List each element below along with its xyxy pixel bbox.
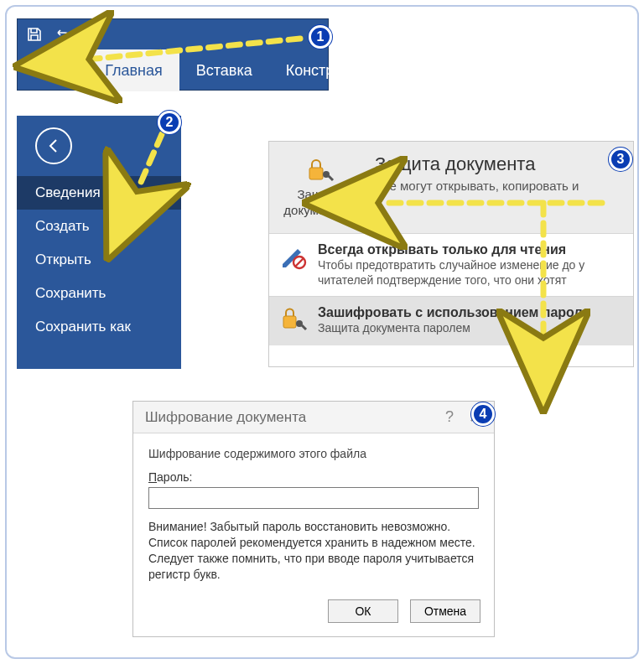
cancel-button[interactable]: Отмена [410, 599, 480, 623]
readonly-subtitle: Чтобы предотвратить случайное изменение … [318, 257, 623, 288]
dialog-titlebar: Шифрование документа ? ✕ [133, 402, 494, 433]
lock-key-icon [279, 305, 308, 337]
undo-icon[interactable] [55, 26, 73, 43]
backstage-item-info[interactable]: Сведения [17, 176, 181, 210]
tab-design[interactable]: Конструкт [269, 49, 372, 91]
encrypt-subtitle: Защита документа паролем [318, 320, 590, 335]
encrypt-dialog: Шифрование документа ? ✕ Шифрование соде… [132, 401, 495, 637]
backstage-item-save[interactable]: Сохранить [17, 277, 181, 310]
svg-line-3 [295, 258, 304, 267]
backstage-item-new[interactable]: Создать [17, 210, 181, 243]
protect-document-button[interactable]: Защита документа [269, 142, 370, 233]
step-badge-2: 2 [158, 111, 181, 134]
encrypt-title: Зашифровать с использованием пароля [318, 305, 590, 320]
tab-file[interactable]: Файл [18, 49, 88, 91]
dialog-warning: Внимание! Забытый пароль восстановить не… [148, 519, 479, 583]
svg-rect-0 [309, 168, 323, 179]
step-badge-1: 1 [309, 25, 332, 49]
protect-btn-label1: Защита [297, 187, 341, 201]
back-button[interactable] [35, 127, 72, 164]
protect-option-readonly[interactable]: Всегда открывать только для чтения Чтобы… [269, 234, 633, 297]
protect-subtitle: Все могут открывать, копировать и [375, 179, 623, 193]
save-icon[interactable] [26, 26, 43, 43]
ok-button[interactable]: ОК [328, 599, 398, 623]
pen-forbid-icon [279, 242, 308, 288]
protect-btn-label2: документа [283, 203, 355, 218]
tab-home[interactable]: Главная [88, 49, 179, 91]
ribbon-panel: Файл Главная Вставка Конструкт [17, 18, 329, 91]
backstage-item-saveas[interactable]: Сохранить как [17, 310, 181, 344]
lock-key-icon [304, 158, 335, 185]
dialog-heading: Шифрование содержимого этого файла [148, 447, 479, 460]
ribbon-tabs: Файл Главная Вставка Конструкт [18, 49, 328, 91]
readonly-title: Всегда открывать только для чтения [318, 242, 623, 257]
protect-document-panel: Защита документа Защита документа Все мо… [268, 141, 634, 367]
backstage-item-open[interactable]: Открыть [17, 243, 181, 277]
step-badge-4: 4 [471, 402, 495, 426]
password-label: Пароль: [148, 470, 479, 484]
password-input[interactable] [148, 487, 479, 509]
help-icon[interactable]: ? [437, 408, 462, 426]
svg-rect-4 [283, 316, 296, 328]
dialog-title-text: Шифрование документа [145, 409, 306, 426]
protect-title: Защита документа [375, 153, 623, 175]
protect-option-encrypt[interactable]: Зашифровать с использованием пароля Защи… [269, 297, 633, 345]
step-badge-3: 3 [609, 148, 632, 171]
backstage-menu: Сведения Создать Открыть Сохранить Сохра… [17, 116, 181, 369]
redo-icon[interactable] [85, 26, 101, 43]
tab-insert[interactable]: Вставка [179, 49, 269, 91]
quick-access-toolbar [18, 19, 328, 49]
